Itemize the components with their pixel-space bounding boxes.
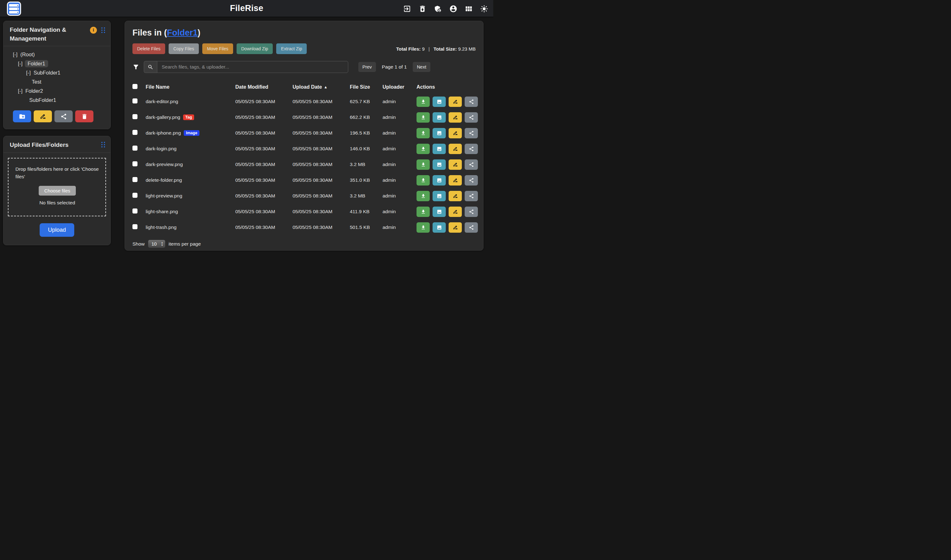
download-button[interactable] bbox=[416, 112, 430, 123]
preview-button[interactable] bbox=[433, 222, 446, 233]
share-button[interactable] bbox=[465, 144, 478, 154]
column-header-file-name[interactable]: File Name bbox=[146, 84, 235, 90]
folder-tree-item[interactable]: [-]Folder2 bbox=[3, 86, 110, 95]
row-checkbox[interactable] bbox=[133, 146, 137, 151]
delete-files-button[interactable]: Delete Files bbox=[133, 43, 165, 54]
tree-collapse-toggle[interactable]: [-] bbox=[13, 52, 18, 57]
edit-button[interactable] bbox=[449, 128, 462, 138]
account-icon[interactable] bbox=[449, 5, 458, 13]
download-button[interactable] bbox=[416, 175, 430, 186]
file-name[interactable]: light-trash.png bbox=[146, 225, 176, 230]
preview-button[interactable] bbox=[433, 175, 446, 186]
row-checkbox[interactable] bbox=[133, 130, 137, 135]
prev-page-button[interactable]: Prev bbox=[358, 62, 376, 72]
admin-shield-icon[interactable] bbox=[434, 5, 442, 13]
preview-button[interactable] bbox=[433, 206, 446, 217]
search-input[interactable] bbox=[157, 61, 348, 73]
file-name[interactable]: delete-folder.png bbox=[146, 177, 182, 183]
edit-button[interactable] bbox=[449, 112, 462, 123]
folder-label[interactable]: SubFolder1 bbox=[29, 97, 57, 103]
tree-collapse-toggle[interactable]: [-] bbox=[26, 70, 31, 76]
folder-label[interactable]: Test bbox=[31, 78, 42, 85]
info-icon[interactable]: i bbox=[90, 27, 97, 34]
share-folder-button[interactable] bbox=[54, 110, 72, 122]
folder-tree-item[interactable]: Test bbox=[3, 77, 110, 86]
row-checkbox[interactable] bbox=[133, 161, 137, 166]
preview-button[interactable] bbox=[433, 144, 446, 154]
share-button[interactable] bbox=[465, 191, 478, 201]
row-checkbox[interactable] bbox=[133, 114, 137, 119]
edit-button[interactable] bbox=[449, 144, 462, 154]
file-name[interactable]: light-share.png bbox=[146, 209, 178, 214]
share-button[interactable] bbox=[465, 206, 478, 217]
delete-folder-button[interactable] bbox=[75, 110, 93, 122]
download-button[interactable] bbox=[416, 222, 430, 233]
folder-label[interactable]: SubFolder1 bbox=[33, 69, 61, 76]
file-name[interactable]: dark-preview.png bbox=[146, 162, 183, 167]
column-header-date-modified[interactable]: Date Modified bbox=[235, 84, 293, 90]
edit-button[interactable] bbox=[449, 222, 462, 233]
preview-button[interactable] bbox=[433, 97, 446, 107]
download-button[interactable] bbox=[416, 159, 430, 170]
folder-label[interactable]: Folder1 bbox=[25, 60, 48, 67]
download-button[interactable] bbox=[416, 128, 430, 138]
folder-tree-item[interactable]: SubFolder1 bbox=[3, 95, 110, 105]
file-name[interactable]: dark-gallery.png bbox=[146, 114, 180, 120]
restore-trash-icon[interactable] bbox=[418, 5, 427, 13]
edit-button[interactable] bbox=[449, 191, 462, 201]
file-name[interactable]: dark-login.png bbox=[146, 146, 176, 152]
move-files-button[interactable]: Move Files bbox=[202, 43, 233, 54]
file-name[interactable]: light-preview.png bbox=[146, 193, 182, 199]
column-header-file-size[interactable]: File Size bbox=[350, 84, 382, 90]
drag-handle-icon[interactable] bbox=[101, 27, 105, 33]
share-button[interactable] bbox=[465, 175, 478, 186]
light-mode-icon[interactable] bbox=[480, 5, 488, 13]
edit-button[interactable] bbox=[449, 175, 462, 186]
row-checkbox[interactable] bbox=[133, 193, 137, 198]
row-checkbox[interactable] bbox=[133, 224, 137, 229]
download-button[interactable] bbox=[416, 144, 430, 154]
filter-icon[interactable] bbox=[133, 63, 139, 71]
edit-button[interactable] bbox=[449, 159, 462, 170]
column-header-uploader[interactable]: Uploader bbox=[382, 84, 416, 90]
folder-tree-item[interactable]: [-](Root) bbox=[3, 50, 110, 59]
edit-button[interactable] bbox=[449, 97, 462, 107]
folder-tree-item[interactable]: [-]Folder1 bbox=[3, 59, 110, 68]
download-button[interactable] bbox=[416, 206, 430, 217]
row-checkbox[interactable] bbox=[133, 208, 137, 214]
folder-label[interactable]: Folder2 bbox=[25, 88, 44, 94]
folder-tree-item[interactable]: [-]SubFolder1 bbox=[3, 68, 110, 77]
row-checkbox[interactable] bbox=[133, 98, 137, 103]
preview-button[interactable] bbox=[433, 159, 446, 170]
edit-button[interactable] bbox=[449, 206, 462, 217]
download-button[interactable] bbox=[416, 191, 430, 201]
preview-button[interactable] bbox=[433, 191, 446, 201]
grid-view-icon[interactable] bbox=[465, 5, 473, 13]
drag-handle-icon[interactable] bbox=[101, 142, 105, 148]
download-zip-button[interactable]: Download Zip bbox=[237, 43, 273, 54]
file-dropzone[interactable]: Drop files/folders here or click 'Choose… bbox=[8, 158, 106, 216]
tree-collapse-toggle[interactable]: [-] bbox=[18, 88, 23, 94]
row-checkbox[interactable] bbox=[133, 177, 137, 182]
share-button[interactable] bbox=[465, 97, 478, 107]
share-button[interactable] bbox=[465, 112, 478, 123]
items-per-page-select[interactable]: 10 ▲▼ bbox=[148, 240, 165, 248]
next-page-button[interactable]: Next bbox=[413, 62, 430, 72]
folder-label[interactable]: (Root) bbox=[20, 51, 35, 58]
column-header-upload-date[interactable]: Upload Date ▲ bbox=[293, 84, 350, 90]
preview-button[interactable] bbox=[433, 112, 446, 123]
rename-folder-button[interactable] bbox=[34, 110, 52, 122]
file-name[interactable]: dark-editor.png bbox=[146, 99, 178, 105]
extract-zip-button[interactable]: Extract Zip bbox=[276, 43, 307, 54]
choose-files-button[interactable]: Choose files bbox=[39, 186, 76, 195]
select-all-checkbox[interactable] bbox=[133, 84, 137, 89]
share-button[interactable] bbox=[465, 159, 478, 170]
download-button[interactable] bbox=[416, 97, 430, 107]
share-button[interactable] bbox=[465, 222, 478, 233]
copy-files-button[interactable]: Copy Files bbox=[169, 43, 199, 54]
logout-icon[interactable] bbox=[403, 5, 411, 13]
share-button[interactable] bbox=[465, 128, 478, 138]
file-name[interactable]: dark-iphone.png bbox=[146, 130, 181, 136]
current-folder-link[interactable]: Folder1 bbox=[167, 28, 198, 37]
upload-button[interactable]: Upload bbox=[40, 223, 74, 237]
